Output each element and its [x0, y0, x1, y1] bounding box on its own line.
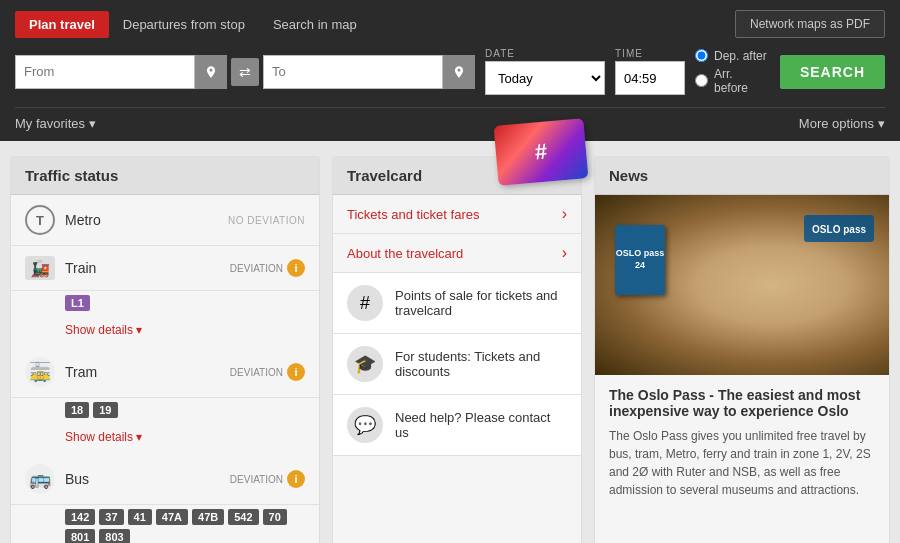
train-show-details-label: Show details: [65, 323, 133, 337]
from-location-icon-btn[interactable]: [195, 55, 227, 89]
time-group: TIME: [615, 48, 685, 95]
from-input[interactable]: [15, 55, 195, 89]
travelcard-link-fares[interactable]: Tickets and ticket fares ›: [333, 195, 581, 234]
tab-plan-travel[interactable]: Plan travel: [15, 11, 109, 38]
dep-after-text: Dep. after: [714, 49, 767, 63]
radio-group: Dep. after Arr. before: [695, 49, 770, 95]
help-text: Need help? Please contact us: [395, 410, 567, 440]
header-tabs: Plan travel Departures from stop Search …: [15, 10, 885, 38]
tram-show-details: Show details ▾: [11, 426, 319, 454]
tab-search-map[interactable]: Search in map: [259, 11, 371, 38]
bus-badge-542: 542: [228, 509, 258, 525]
swap-button[interactable]: ⇄: [231, 58, 259, 86]
train-show-details-button[interactable]: Show details ▾: [65, 323, 142, 337]
tram-deviation-badge: DEVIATION i: [230, 363, 305, 381]
metro-row: T Metro NO DEVIATION: [11, 195, 319, 246]
news-body: The Oslo Pass - The easiest and most ine…: [595, 375, 889, 511]
train-deviation-label: DEVIATION: [230, 263, 283, 274]
traffic-panel: Traffic status T Metro NO DEVIATION 🚂 Tr…: [10, 156, 320, 543]
travelcard-help-item[interactable]: 💬 Need help? Please contact us: [333, 395, 581, 456]
bus-badge-70: 70: [263, 509, 287, 525]
tram-show-details-label: Show details: [65, 430, 133, 444]
tab-group: Plan travel Departures from stop Search …: [15, 11, 371, 38]
bus-badge-37: 37: [99, 509, 123, 525]
tram-icon: 🚋: [25, 357, 55, 387]
search-row: ⇄ DATE Today TIME Dep. after: [15, 48, 885, 107]
network-pdf-button[interactable]: Network maps as PDF: [735, 10, 885, 38]
dep-after-radio[interactable]: [695, 49, 708, 62]
travelcard-students-item[interactable]: 🎓 For students: Tickets and discounts: [333, 334, 581, 395]
travelcard-header: Travelcard #: [333, 157, 581, 195]
favorites-label: My favorites: [15, 116, 85, 131]
travelcard-title: Travelcard: [347, 167, 422, 184]
travelcard-card-symbol: #: [534, 139, 548, 166]
oslo-badge-text: OSLO pass: [812, 224, 866, 235]
news-headline: The Oslo Pass - The easiest and most ine…: [609, 387, 875, 419]
train-badge-l1: L1: [65, 295, 90, 311]
tram-info-icon[interactable]: i: [287, 363, 305, 381]
bus-deviation-label: DEVIATION: [230, 474, 283, 485]
date-select[interactable]: Today: [485, 61, 605, 95]
news-title: News: [595, 157, 889, 195]
to-location-icon-btn[interactable]: [443, 55, 475, 89]
tram-show-details-chevron-icon: ▾: [136, 430, 142, 444]
travelcard-pos-item[interactable]: # Points of sale for tickets and travelc…: [333, 273, 581, 334]
pos-text: Points of sale for tickets and travelcar…: [395, 288, 567, 318]
bus-deviation-badge: DEVIATION i: [230, 470, 305, 488]
more-options-button[interactable]: More options ▾: [799, 116, 885, 131]
metro-status: NO DEVIATION: [228, 215, 305, 226]
tickets-fares-link[interactable]: Tickets and ticket fares: [347, 207, 562, 222]
train-name: Train: [65, 260, 230, 276]
time-input[interactable]: [615, 61, 685, 95]
travelcard-card-image: #: [494, 118, 589, 186]
about-travelcard-link[interactable]: About the travelcard: [347, 246, 562, 261]
tram-badges: 18 19: [11, 398, 319, 426]
more-options-chevron-icon: ▾: [878, 116, 885, 131]
train-badges: L1: [11, 291, 319, 319]
travelcard-panel: Travelcard # Tickets and ticket fares › …: [332, 156, 582, 543]
bus-badge-47b: 47B: [192, 509, 224, 525]
bus-badge-41: 41: [128, 509, 152, 525]
news-image-inner: OSLO pass 24 OSLO pass: [595, 195, 889, 375]
tram-badge-18: 18: [65, 402, 89, 418]
students-icon: 🎓: [347, 346, 383, 382]
about-travelcard-arrow-icon: ›: [562, 244, 567, 262]
arr-before-label[interactable]: Arr. before: [695, 67, 770, 95]
help-icon: 💬: [347, 407, 383, 443]
news-image: OSLO pass 24 OSLO pass: [595, 195, 889, 375]
bus-row: 🚌 Bus DEVIATION i: [11, 454, 319, 505]
students-text: For students: Tickets and discounts: [395, 349, 567, 379]
dep-after-label[interactable]: Dep. after: [695, 49, 770, 63]
from-input-wrap: [15, 55, 227, 89]
favorites-button[interactable]: My favorites ▾: [15, 116, 96, 131]
tickets-fares-arrow-icon: ›: [562, 205, 567, 223]
train-row: 🚂 Train DEVIATION i: [11, 246, 319, 291]
to-input[interactable]: [263, 55, 443, 89]
travelcard-link-about[interactable]: About the travelcard ›: [333, 234, 581, 273]
date-label: DATE: [485, 48, 605, 59]
search-button[interactable]: SEARCH: [780, 55, 885, 89]
date-group: DATE Today: [485, 48, 605, 95]
time-label: TIME: [615, 48, 685, 59]
tram-badge-19: 19: [93, 402, 117, 418]
tram-name: Tram: [65, 364, 230, 380]
pos-icon: #: [347, 285, 383, 321]
main-content: Traffic status T Metro NO DEVIATION 🚂 Tr…: [0, 141, 900, 543]
tram-show-details-button[interactable]: Show details ▾: [65, 430, 142, 444]
tab-departures[interactable]: Departures from stop: [109, 11, 259, 38]
train-info-icon[interactable]: i: [287, 259, 305, 277]
bus-info-icon[interactable]: i: [287, 470, 305, 488]
news-panel: News OSLO pass 24 OSLO pass The Oslo Pas…: [594, 156, 890, 543]
oslo-card-label: OSLO pass 24: [615, 248, 665, 271]
favorites-chevron-icon: ▾: [89, 116, 96, 131]
arr-before-radio[interactable]: [695, 74, 708, 87]
oslo-card-badge: OSLO pass: [804, 215, 874, 242]
news-text: The Oslo Pass gives you unlimited free t…: [609, 427, 875, 499]
header: Plan travel Departures from stop Search …: [0, 0, 900, 141]
oslo-card-visual: OSLO pass 24: [615, 225, 665, 295]
train-show-details: Show details ▾: [11, 319, 319, 347]
bus-name: Bus: [65, 471, 230, 487]
train-icon: 🚂: [25, 256, 55, 280]
bus-badge-47a: 47A: [156, 509, 188, 525]
traffic-title: Traffic status: [11, 157, 319, 195]
